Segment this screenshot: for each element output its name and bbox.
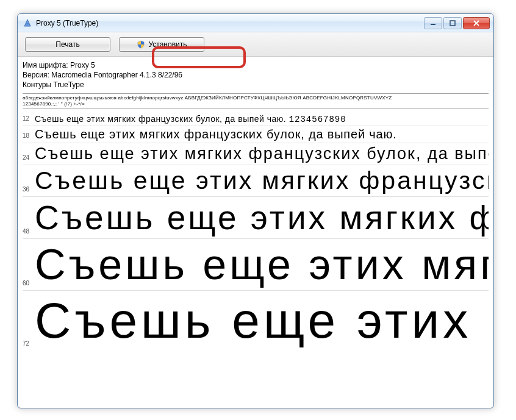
font-viewer-window: Proxy 5 (TrueType) Печать	[17, 13, 494, 408]
sample-size-label: 72	[23, 340, 35, 349]
sample-row: 18 Съешь еще этих мягких французских бул…	[23, 126, 489, 143]
sample-text: Съешь еще этих мягких французских булок,…	[35, 198, 489, 237]
sample-size-label: 36	[23, 186, 35, 195]
install-button-label: Установить	[149, 40, 187, 49]
sample-size-label: 12	[23, 115, 35, 124]
sample-text: Съешь еще этих мягких французских булок,…	[35, 240, 489, 289]
font-outlines-line: Контуры TrueType	[23, 80, 489, 90]
close-button[interactable]	[463, 17, 490, 29]
print-button[interactable]: Печать	[25, 37, 110, 52]
minimize-button[interactable]	[424, 17, 442, 29]
charset-block: абвгдежзийклмнопрстуфхцчшщъыьэюя abcdefg…	[23, 93, 489, 109]
sample-text: Съешь еще этих мягких французских булок,…	[35, 166, 489, 195]
maximize-button[interactable]	[443, 17, 462, 29]
sample-text: Съешь еще этих мягких французских булок,…	[35, 127, 397, 141]
window-buttons	[424, 17, 490, 29]
sample-row: 72 Съешь еще этих мягких французских бул…	[23, 291, 489, 351]
sample-size-label: 48	[23, 228, 35, 237]
content-area: Имя шрифта: Proxy 5 Версия: Macromedia F…	[18, 57, 493, 408]
sample-size-label: 24	[23, 154, 35, 163]
install-button[interactable]: Установить	[119, 37, 204, 52]
app-icon	[23, 18, 32, 28]
font-version-line: Версия: Macromedia Fontographer 4.1.3 8/…	[23, 70, 489, 80]
charset-line-2: 1234567890.:,; ' " (!?) +-*/=	[23, 101, 489, 107]
print-button-label: Печать	[56, 40, 79, 49]
window-title: Proxy 5 (TrueType)	[36, 19, 424, 27]
sample-row: 48 Съешь еще этих мягких французских бул…	[23, 197, 489, 239]
sample-row: 12 Съешь еще этих мягких французских бул…	[23, 113, 489, 126]
uac-shield-icon	[137, 40, 145, 49]
svg-rect-3	[450, 21, 455, 26]
sample-row: 24 Съешь еще этих мягких французских бул…	[23, 143, 489, 165]
titlebar: Proxy 5 (TrueType)	[18, 14, 493, 32]
sample-row: 60 Съешь еще этих мягких французских бул…	[23, 239, 489, 291]
sample-size-label: 60	[23, 280, 35, 289]
sample-text: Съешь еще этих мягких французских булок,…	[35, 114, 346, 124]
toolbar: Печать Установить	[18, 32, 493, 57]
font-name-line: Имя шрифта: Proxy 5	[23, 60, 489, 70]
charset-line-1: абвгдежзийклмнопрстуфхцчшщъыьэюя abcdefg…	[23, 95, 489, 101]
sample-row: 36 Съешь еще этих мягких французских бул…	[23, 165, 489, 197]
sample-list: 12 Съешь еще этих мягких французских бул…	[23, 113, 489, 351]
sample-size-label: 18	[23, 132, 35, 141]
sample-text: Съешь еще этих мягких французских булок,…	[35, 292, 489, 349]
svg-marker-0	[24, 20, 30, 26]
sample-text: Съешь еще этих мягких французских булок,…	[35, 144, 489, 163]
